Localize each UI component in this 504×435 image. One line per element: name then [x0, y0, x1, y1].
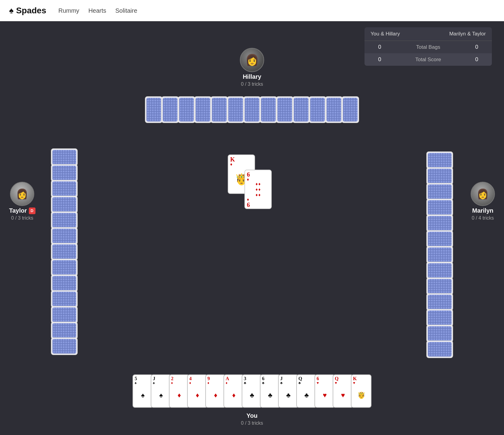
card-rank: 4	[189, 376, 206, 381]
player-card-6c[interactable]: 6 ♣ ♣	[260, 374, 281, 408]
taylor-card	[51, 274, 78, 292]
hillary-hand	[145, 96, 359, 123]
card-rank: K	[353, 376, 369, 381]
card-center: 🤴	[353, 385, 369, 406]
marilyn-card	[426, 199, 453, 216]
card-center: ♣	[280, 385, 297, 406]
card-suit: ♣	[244, 381, 260, 385]
player-card-jc[interactable]: J ♣ ♣	[278, 374, 299, 408]
marilyn-card	[426, 183, 453, 201]
dealer-badge: D	[29, 208, 35, 214]
you-player: You 0 / 3 tricks	[241, 412, 263, 426]
hillary-card	[243, 96, 261, 123]
taylor-card	[51, 306, 78, 324]
player-card-9d[interactable]: 9 ♦ ♦	[205, 374, 226, 408]
you-name: You	[247, 412, 257, 419]
marilyn-card	[426, 293, 453, 311]
player-card-js[interactable]: J ♠ ♠	[151, 374, 171, 408]
hillary-card	[325, 96, 343, 123]
hillary-player: 👩 Hillary 0 / 3 tricks	[240, 48, 264, 87]
card-rank: Q	[335, 376, 351, 381]
card-suit: ♥	[335, 381, 351, 385]
taylor-card	[51, 259, 78, 276]
card-center: ♥	[335, 385, 351, 406]
team1-score: 0	[371, 56, 389, 63]
app-logo: ♠ Spades	[9, 6, 46, 15]
score-label: Total Score	[389, 57, 468, 63]
card-center: ♠	[135, 385, 151, 406]
app-title: Spades	[16, 6, 46, 15]
marilyn-card	[426, 262, 453, 279]
marilyn-tricks: 0 / 4 tricks	[472, 215, 494, 221]
card-pips: ♦♦ ♦♦ ♦♦	[247, 182, 269, 198]
you-tricks: 0 / 3 tricks	[241, 420, 263, 426]
game-table: You & Hillary Marilyn & Taylor 0 Total B…	[0, 21, 504, 435]
taylor-hand	[51, 148, 78, 355]
card-center: ♣	[298, 385, 315, 406]
bags-label: Total Bags	[389, 44, 468, 50]
card-rank: K	[230, 156, 235, 162]
team1-bags: 0	[371, 44, 389, 50]
marilyn-card	[426, 230, 453, 248]
marilyn-card	[426, 309, 453, 327]
nav-rummy[interactable]: Rummy	[58, 7, 79, 14]
marilyn-card	[426, 167, 453, 185]
card-center: ♠	[153, 385, 169, 406]
card-rank: J	[280, 376, 297, 381]
player-card-ad[interactable]: A ♦ ♦	[223, 374, 244, 408]
card-center: ♦	[171, 385, 187, 406]
taylor-card	[51, 211, 78, 229]
card-suit: ♠	[135, 381, 151, 385]
header: ♠ Spades Rummy Hearts Solitaire	[0, 0, 504, 21]
card-suit: ♠	[153, 381, 169, 385]
hillary-card	[145, 96, 163, 123]
taylor-player: 👩 Taylor D 0 / 3 tricks	[9, 182, 35, 221]
player-card-kh[interactable]: K ♥ 🤴	[351, 374, 371, 408]
player-card-3c[interactable]: 3 ♣ ♣	[242, 374, 262, 408]
card-rank: Q	[298, 376, 315, 381]
marilyn-card	[426, 151, 453, 169]
taylor-card	[51, 337, 78, 355]
player-card-6h[interactable]: 6 ♥ ♥	[314, 374, 335, 408]
card-center: ♣	[244, 385, 260, 406]
card-center: ♣	[262, 385, 278, 406]
taylor-name: Taylor	[9, 207, 27, 214]
hillary-card	[210, 96, 228, 123]
card-suit: ♣	[262, 381, 278, 385]
taylor-card	[51, 290, 78, 308]
player-card-qc[interactable]: Q ♣ ♣	[296, 374, 317, 408]
card-rank: 5	[135, 376, 151, 381]
hillary-card	[194, 96, 212, 123]
card-rank: J	[153, 376, 169, 381]
card-center: ♦	[226, 385, 242, 406]
card-suit: ♣	[280, 381, 297, 385]
scoreboard: You & Hillary Marilyn & Taylor 0 Total B…	[365, 27, 492, 66]
player-card-4d[interactable]: 4 ♦ ♦	[187, 374, 208, 408]
taylor-card	[51, 227, 78, 245]
hillary-card	[227, 96, 244, 123]
card-rank: 6	[262, 376, 278, 381]
nav-solitaire[interactable]: Solitaire	[115, 7, 137, 14]
hillary-card	[292, 96, 310, 123]
marilyn-card	[426, 277, 453, 295]
marilyn-avatar: 👩	[471, 182, 495, 206]
taylor-card	[51, 196, 78, 213]
hillary-card	[309, 96, 326, 123]
taylor-card	[51, 148, 78, 166]
taylor-card	[51, 164, 78, 182]
nav-hearts[interactable]: Hearts	[88, 7, 106, 14]
player-card-2d[interactable]: 2 ♦ ♦	[169, 374, 190, 408]
card-suit: ♦	[230, 162, 232, 167]
hillary-card	[276, 96, 294, 123]
player-card-qh[interactable]: Q ♥ ♥	[333, 374, 353, 408]
taylor-card	[51, 322, 78, 339]
player-card-5s[interactable]: 5 ♠ ♠	[133, 374, 153, 408]
card-suit: ♦	[171, 381, 187, 385]
card-suit: ♥	[317, 381, 333, 385]
team2-bags: 0	[468, 44, 486, 50]
hillary-card	[341, 96, 359, 123]
play-area: K ♦ 🤴 6 ♦ ♦♦ ♦♦ ♦♦ 9 ♦	[219, 151, 285, 218]
marilyn-hand	[426, 151, 453, 358]
card-rank: 2	[171, 376, 187, 381]
marilyn-card	[426, 325, 453, 342]
